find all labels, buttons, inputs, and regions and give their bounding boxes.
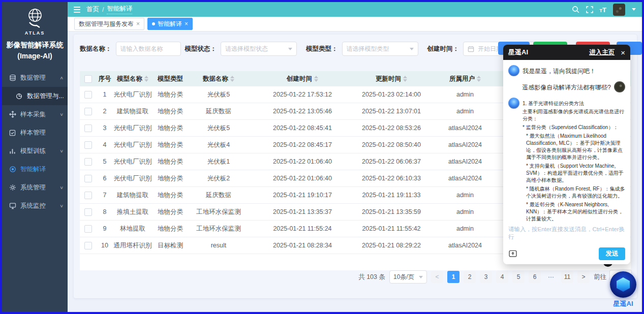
row-checkbox[interactable]	[84, 225, 92, 233]
user-menu-caret-icon[interactable]	[632, 8, 636, 11]
assistant-fab[interactable]: 星遥AI	[608, 271, 638, 308]
cell-index: 6	[97, 175, 113, 182]
user-avatar[interactable]	[613, 4, 625, 16]
model-status-select[interactable]: 请选择模型状态	[221, 42, 297, 56]
fullscreen-icon[interactable]	[586, 6, 593, 13]
column-header-owner[interactable]: 所属用户	[427, 75, 503, 83]
message-line: 主要利用遥感影像的多光谱或高光谱信息进行分类：	[523, 108, 625, 122]
cell-index: 5	[97, 158, 113, 165]
send-button[interactable]: 发送	[599, 247, 625, 260]
row-checkbox[interactable]	[84, 242, 92, 249]
column-header-create_time[interactable]: 创建时间	[249, 75, 356, 83]
cell-model_name: 光伏电厂识别	[113, 141, 152, 149]
page-size-select[interactable]: 10条/页	[389, 270, 427, 284]
model-type-select[interactable]: 请选择模型类型	[342, 42, 418, 56]
tab-data-management-publish[interactable]: 数据管理与服务发布 ×	[74, 18, 144, 30]
page-button-5[interactable]: 5	[512, 271, 525, 283]
font-size-icon[interactable]: TT	[600, 6, 606, 14]
page-button-2[interactable]: 2	[464, 271, 476, 283]
chat-input[interactable]: 请输入，按Enter直接发送消息，Ctrl+Enter换行	[503, 224, 630, 243]
prev-page-button[interactable]: <	[431, 271, 443, 283]
assistant-icon[interactable]	[610, 271, 636, 298]
sort-icon[interactable]	[403, 76, 407, 82]
tab-intelligent-interpretation[interactable]: 智能解译 ×	[147, 18, 193, 30]
breadcrumb-home[interactable]: 首页	[86, 5, 99, 14]
cell-update_time: 2025-01-22 06:06:37	[356, 158, 427, 165]
gear-icon	[9, 184, 16, 192]
page-button-6[interactable]: 6	[529, 271, 541, 283]
page-button-3[interactable]: 3	[480, 271, 492, 283]
cell-data_name: 工地环水保监测	[188, 208, 249, 216]
pagination-total: 共 103 条	[358, 273, 385, 281]
select-all-checkbox[interactable]	[84, 75, 92, 83]
cell-model_type: 地物分类	[152, 225, 188, 233]
upload-icon[interactable]	[508, 249, 517, 258]
row-select-cell	[80, 158, 97, 166]
pie-icon	[15, 92, 23, 100]
row-checkbox[interactable]	[84, 158, 92, 166]
sidebar-item-label: 样本采集	[20, 110, 56, 119]
sort-icon[interactable]	[477, 76, 481, 82]
ai-icon	[9, 166, 16, 173]
row-checkbox[interactable]	[84, 108, 92, 115]
page-button-11[interactable]: 11	[561, 271, 573, 283]
sidebar-item-system-management[interactable]: 系统管理∨	[2, 178, 68, 197]
page-button-4[interactable]: 4	[496, 271, 508, 283]
cell-create_time: 2025-01-21 08:28:34	[249, 242, 356, 249]
row-select-cell	[80, 225, 97, 233]
message-line: * 监督分类（Supervised Classification）：	[523, 124, 625, 131]
sidebar-item-data-management[interactable]: 数据管理∧	[2, 69, 68, 87]
row-checkbox[interactable]	[84, 208, 92, 216]
sidebar-item-sample-management[interactable]: 样本管理	[2, 123, 68, 142]
row-checkbox[interactable]	[84, 192, 92, 199]
cell-create_time: 2025-01-22 08:45:41	[249, 124, 356, 132]
ai-chat-panel: 星遥AI 进入主页 × 我是星遥，请向我提问吧！遥感影像自动解译方法都有哪些?1…	[503, 45, 630, 264]
column-header-model_name[interactable]: 模型名称	[113, 75, 152, 83]
next-page-button[interactable]: >	[577, 271, 590, 283]
sidebar-item-model-training[interactable]: 模型训练∨	[2, 142, 68, 160]
caret-up-icon: ∧	[60, 76, 64, 80]
cell-index: 9	[97, 225, 113, 232]
system-title-line2: (Image-AI)	[2, 51, 68, 62]
data-name-input[interactable]: 请输入数据名称	[116, 42, 181, 56]
row-checkbox[interactable]	[84, 91, 92, 99]
chat-close-icon[interactable]: ×	[621, 48, 625, 57]
cell-model_type: 地物分类	[152, 107, 188, 116]
sort-icon[interactable]	[314, 76, 318, 82]
cell-create_time: 2025-01-21 13:35:37	[249, 208, 356, 215]
page-button-1[interactable]: 1	[447, 271, 459, 283]
column-header-update_time[interactable]: 更新时间	[356, 75, 427, 83]
database-icon	[9, 74, 16, 82]
column-header-data_name[interactable]: 数据名称	[188, 75, 249, 83]
column-label: 模型名称	[117, 75, 142, 83]
sidebar-item-system-monitor[interactable]: 系统监控∨	[2, 197, 68, 215]
tab-close-icon[interactable]: ×	[185, 20, 188, 27]
sidebar-item-intelligent-interpretation[interactable]: 智能解译	[2, 160, 68, 178]
row-checkbox[interactable]	[84, 175, 92, 182]
chat-home-link[interactable]: 进入主页	[589, 48, 615, 57]
tab-close-icon[interactable]: ×	[136, 20, 140, 27]
sort-icon[interactable]	[230, 76, 234, 82]
user-chat-avatar	[614, 81, 625, 92]
chat-messages: 我是星遥，请向我提问吧！遥感影像自动解译方法都有哪些?1. 基于光谱特征的分类方…	[503, 60, 630, 224]
cell-data_name: 光伏板5	[188, 90, 249, 99]
pagination: 共 103 条 10条/页 < 123456···11 > 前往	[358, 270, 632, 284]
row-select-cell	[80, 242, 97, 249]
sidebar-item-sample-collection[interactable]: 样本采集∨	[2, 105, 68, 123]
row-checkbox[interactable]	[84, 124, 92, 132]
assistant-fab-label: 星遥AI	[608, 299, 638, 308]
message-text: 1. 基于光谱特征的分类方法主要利用遥感影像的多光谱或高光谱信息进行分类：* 监…	[523, 98, 625, 224]
sidebar-item-data-management-publish[interactable]: 数据管理与...	[2, 87, 68, 105]
search-icon[interactable]	[572, 6, 579, 13]
cell-data_name: 工地环水保监测	[188, 225, 249, 233]
sort-icon[interactable]	[144, 76, 148, 82]
row-checkbox[interactable]	[84, 141, 92, 149]
cell-data_name: 光伏板2	[188, 174, 249, 183]
tabbar: 数据管理与服务发布 × 智能解译 ×	[68, 17, 642, 32]
atlas-logo: ATLAS	[2, 2, 68, 36]
sidebar-item-label: 数据管理与...	[27, 92, 64, 101]
menu-fold-icon[interactable]	[74, 7, 80, 13]
cell-model_name: 林地提取	[113, 225, 152, 233]
caret-down-icon: ∨	[60, 204, 64, 208]
cell-model_type: 目标检测	[152, 241, 188, 250]
